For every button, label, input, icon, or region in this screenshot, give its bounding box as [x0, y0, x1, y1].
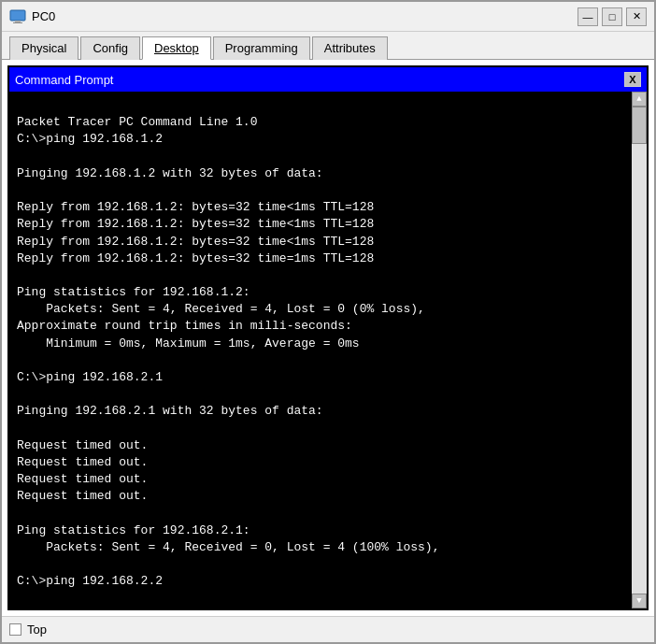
window-title: PC0 — [32, 9, 578, 23]
window-controls: — □ ✕ — [578, 7, 647, 26]
scrollbar-track[interactable] — [632, 107, 647, 594]
minimize-button[interactable]: — — [578, 7, 598, 26]
cmd-line-5: Reply from 192.168.1.2: bytes=32 time<1m… — [17, 217, 374, 231]
cmd-line-16: Request timed out. — [17, 472, 148, 486]
cmd-line-18: Ping statistics for 192.168.2.1: — [17, 523, 250, 537]
cmd-line-8: Ping statistics for 192.168.1.2: — [17, 285, 250, 299]
cmd-close-button[interactable]: X — [624, 72, 641, 87]
cmd-line-6: Reply from 192.168.1.2: bytes=32 time<1m… — [17, 235, 374, 249]
cmd-line-2: C:\>ping 192.168.1.2 — [17, 132, 163, 146]
cmd-output[interactable]: Packet Tracer PC Command Line 1.0 C:\>pi… — [9, 92, 632, 608]
svg-rect-1 — [15, 21, 21, 22]
cmd-line-14: Request timed out. — [17, 438, 148, 452]
cmd-line-4: Reply from 192.168.1.2: bytes=32 time<1m… — [17, 200, 374, 214]
cmd-body: Packet Tracer PC Command Line 1.0 C:\>pi… — [9, 92, 647, 608]
title-bar: PC0 — □ ✕ — [2, 2, 654, 32]
cmd-line-12: C:\>ping 192.168.2.1 — [17, 370, 163, 384]
tab-attributes[interactable]: Attributes — [312, 36, 388, 60]
cmd-scrollbar[interactable]: ▲ ▼ — [632, 92, 647, 608]
tab-desktop[interactable]: Desktop — [142, 36, 211, 60]
svg-rect-0 — [10, 10, 25, 21]
cmd-line-9: Packets: Sent = 4, Received = 4, Lost = … — [17, 302, 425, 316]
cmd-line-17: Request timed out. — [17, 489, 148, 503]
scrollbar-thumb[interactable] — [632, 107, 647, 144]
app-icon — [9, 8, 26, 25]
close-button[interactable]: ✕ — [626, 7, 647, 26]
main-content: Command Prompt X Packet Tracer PC Comman… — [2, 60, 654, 616]
cmd-line-3: Pinging 192.168.1.2 with 32 bytes of dat… — [17, 166, 323, 180]
scroll-down-arrow[interactable]: ▼ — [632, 594, 647, 608]
cmd-line-10: Approximate round trip times in milli-se… — [17, 319, 352, 333]
cmd-line-15: Request timed out. — [17, 455, 148, 469]
cmd-line-20: C:\>ping 192.168.2.2 — [17, 574, 163, 588]
maximize-button[interactable]: □ — [602, 7, 622, 26]
cmd-line-1: Packet Tracer PC Command Line 1.0 — [17, 115, 257, 129]
command-prompt-window: Command Prompt X Packet Tracer PC Comman… — [7, 65, 649, 610]
cmd-title-bar: Command Prompt X — [9, 67, 647, 92]
svg-rect-2 — [13, 22, 22, 23]
cmd-line-11: Minimum = 0ms, Maximum = 1ms, Average = … — [17, 336, 360, 351]
tab-config[interactable]: Config — [80, 36, 140, 60]
cmd-line-7: Reply from 192.168.1.2: bytes=32 time=1m… — [17, 251, 374, 265]
cmd-line-13: Pinging 192.168.2.1 with 32 bytes of dat… — [17, 404, 323, 418]
top-checkbox[interactable] — [9, 623, 21, 636]
scroll-up-arrow[interactable]: ▲ — [632, 92, 647, 107]
top-label: Top — [27, 623, 47, 637]
tab-bar: Physical Config Desktop Programming Attr… — [2, 32, 654, 60]
tab-physical[interactable]: Physical — [9, 36, 78, 60]
tab-programming[interactable]: Programming — [213, 36, 310, 60]
cmd-line-19: Packets: Sent = 4, Received = 0, Lost = … — [17, 540, 439, 554]
bottom-bar: Top — [2, 616, 654, 642]
cmd-title-text: Command Prompt — [15, 73, 113, 87]
